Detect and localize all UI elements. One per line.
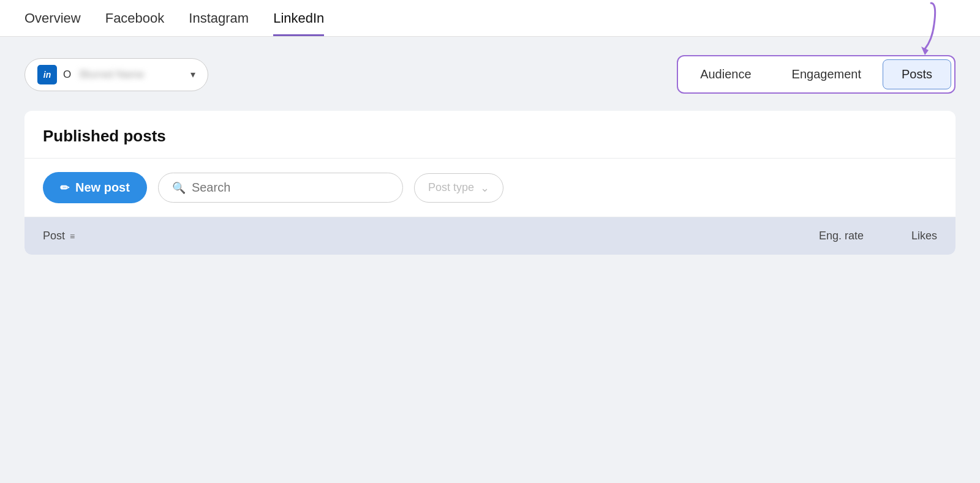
section-tab-group: Audience Engagement Posts — [677, 55, 956, 94]
tab-posts[interactable]: Posts — [883, 59, 951, 89]
post-type-dropdown[interactable]: Post type ⌄ — [414, 173, 503, 203]
search-field-wrapper[interactable]: 🔍 — [158, 173, 403, 203]
new-post-button[interactable]: ✏ New post — [43, 172, 147, 203]
account-selector[interactable]: in O Blurred Name ▾ — [24, 58, 208, 91]
arrow-annotation — [900, 0, 937, 55]
account-name: Blurred Name — [80, 69, 184, 81]
table-header-row: Post ≡ Eng. rate Likes — [24, 217, 956, 255]
search-input[interactable] — [192, 181, 389, 195]
pencil-icon: ✏ — [60, 181, 69, 195]
column-post: Post ≡ — [43, 230, 741, 242]
tab-audience[interactable]: Audience — [681, 59, 770, 89]
new-post-label: New post — [75, 181, 130, 195]
filter-icon[interactable]: ≡ — [70, 231, 75, 241]
post-type-chevron-icon: ⌄ — [480, 181, 489, 195]
tab-overview[interactable]: Overview — [24, 0, 81, 36]
card-header: Published posts — [24, 111, 956, 159]
account-number: O — [63, 69, 71, 81]
column-post-label: Post — [43, 230, 65, 242]
nav-tab-list: Overview Facebook Instagram LinkedIn — [24, 0, 324, 36]
tab-linkedin[interactable]: LinkedIn — [273, 0, 324, 36]
section-tab-group-container: Audience Engagement Posts — [677, 55, 956, 94]
search-icon: 🔍 — [172, 181, 186, 195]
card-toolbar: ✏ New post 🔍 Post type ⌄ — [24, 159, 956, 217]
tab-facebook[interactable]: Facebook — [105, 0, 165, 36]
main-content: in O Blurred Name ▾ Audience Engagement … — [0, 37, 980, 483]
card-title: Published posts — [43, 127, 937, 146]
account-chevron-icon: ▾ — [190, 69, 195, 80]
controls-row: in O Blurred Name ▾ Audience Engagement … — [24, 55, 956, 94]
column-likes: Likes — [864, 230, 937, 242]
post-type-label: Post type — [428, 181, 474, 194]
tab-engagement[interactable]: Engagement — [773, 59, 880, 89]
top-navigation: Overview Facebook Instagram LinkedIn — [0, 0, 980, 37]
tab-instagram[interactable]: Instagram — [189, 0, 249, 36]
published-posts-card: Published posts ✏ New post 🔍 Post type ⌄… — [24, 111, 956, 255]
column-eng-rate: Eng. rate — [741, 230, 864, 242]
linkedin-icon: in — [37, 65, 57, 84]
